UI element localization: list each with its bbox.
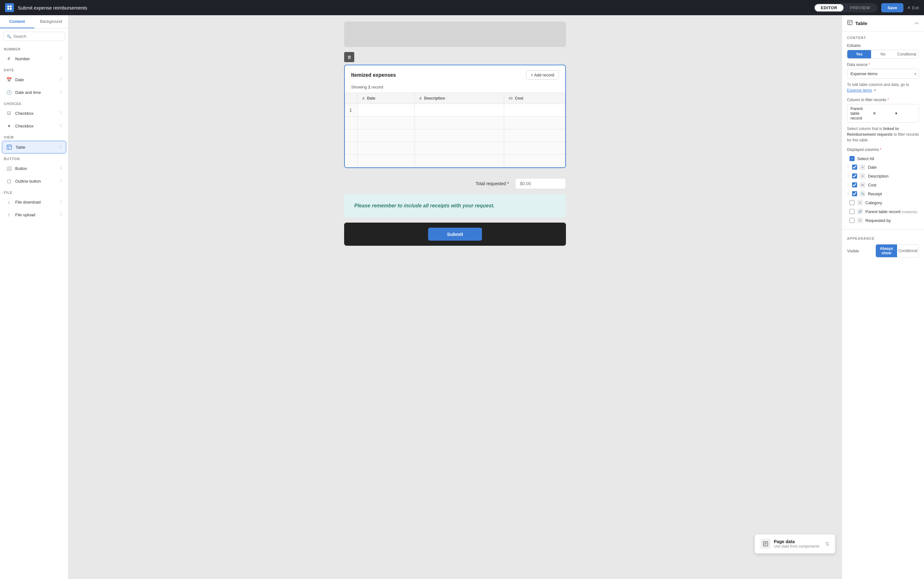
clear-filter-icon[interactable]: ✕: [873, 111, 893, 116]
page-data-icon: [761, 539, 771, 549]
columns-header: Displayed columns *: [847, 147, 919, 152]
info-text: Please remember to include all receipts …: [354, 203, 556, 209]
hash-icon: #: [6, 56, 12, 62]
col-date-checkbox[interactable]: [852, 165, 857, 170]
sidebar-item-dropdown[interactable]: ▾ Checkbox ⠿: [2, 120, 66, 132]
data-table: A Date A Description 00 Cost: [345, 93, 565, 167]
conditional-vis-button[interactable]: Conditional: [897, 244, 919, 257]
col-receipt-row: ⠿ 📎 Receipt: [847, 189, 919, 198]
col-description-name: Description: [868, 174, 919, 178]
search-input[interactable]: [13, 34, 62, 39]
data-source-select[interactable]: Expense items: [847, 69, 919, 79]
row-desc-cell[interactable]: [414, 104, 504, 117]
sidebar-item-table[interactable]: Table ⠿: [2, 141, 66, 154]
drag-handle-file-download[interactable]: ⠿: [60, 200, 62, 204]
drag-handle-table[interactable]: ⠿: [59, 145, 62, 149]
col-parent-checkbox[interactable]: [849, 209, 855, 214]
total-input[interactable]: [515, 178, 566, 189]
drag-handle-date[interactable]: ⠿: [60, 77, 62, 82]
expand-filter-icon[interactable]: ▾: [895, 111, 916, 116]
submit-button[interactable]: Submit: [428, 228, 482, 240]
filter-col-field[interactable]: Parent table record ✕ ▾: [847, 104, 919, 123]
col-description-checkbox[interactable]: [852, 173, 857, 178]
appearance-section-header: APPEARANCE: [842, 232, 924, 242]
sidebar-item-file-upload[interactable]: ↑ File upload ⠿: [2, 209, 66, 221]
drag-handle-file-upload[interactable]: ⠿: [60, 213, 62, 217]
table-block: Itemized expenses + Add record Showing 1…: [344, 65, 566, 168]
button-icon: ⬜: [6, 165, 12, 172]
exit-button[interactable]: ✕ Exit: [907, 5, 919, 10]
checkbox-icon: ☑: [6, 110, 12, 116]
total-row: Total requested *: [344, 173, 566, 194]
drag-handle-datetime[interactable]: ⠿: [60, 90, 62, 95]
col-cost-type-icon: 00: [860, 182, 865, 188]
tab-content[interactable]: Content: [0, 15, 34, 28]
drag-handle-checkbox[interactable]: ⠿: [60, 111, 62, 115]
dropdown-icon: ▾: [6, 123, 12, 129]
content-section-header: CONTENT: [842, 31, 924, 41]
sidebar-item-number[interactable]: # Number ⠿: [2, 52, 66, 65]
delete-block-button[interactable]: 🗑: [344, 52, 354, 62]
drag-handle-col-receipt[interactable]: ⠿: [847, 192, 849, 196]
preview-button[interactable]: PREVIEW: [844, 4, 876, 11]
visible-toggle[interactable]: Always show Conditional: [875, 244, 919, 257]
select-all-row[interactable]: − Select All: [847, 154, 919, 163]
sidebar-item-date[interactable]: 📅 Date ⠿: [2, 74, 66, 86]
svg-rect-0: [7, 5, 9, 7]
page-data-settings-icon[interactable]: ⇅: [825, 541, 829, 547]
row-number: 1: [345, 104, 358, 117]
select-all-minus-icon[interactable]: −: [849, 156, 855, 161]
drag-handle-col-date[interactable]: ⠿: [847, 165, 849, 169]
drag-handle-button[interactable]: ⠿: [60, 166, 62, 170]
drag-handle-dropdown[interactable]: ⠿: [60, 124, 62, 128]
external-link-icon: ↗: [873, 88, 876, 93]
topbar: Submit expense reimbursements EDITOR PRE…: [0, 0, 924, 15]
canvas-area: 🗑 Itemized expenses + Add record Showing…: [68, 15, 842, 579]
table-block-header: Itemized expenses + Add record: [345, 65, 565, 85]
col-category-checkbox[interactable]: [849, 200, 855, 205]
right-sidebar: Table ✏ CONTENT Editable Yes No Conditio…: [842, 15, 924, 579]
drag-handle-col-cost[interactable]: ⠿: [847, 183, 849, 187]
sidebar-item-datetime[interactable]: 🕐 Date and time ⠿: [2, 86, 66, 98]
edit-icon[interactable]: ✏: [915, 20, 919, 26]
col-requested-checkbox[interactable]: [849, 218, 855, 223]
col-cost-checkbox[interactable]: [852, 182, 857, 187]
text-type-icon-2: A: [419, 96, 422, 100]
data-source-info: To edit table columns and data, go to Ex…: [842, 80, 924, 96]
drag-handle-col-desc[interactable]: ⠿: [847, 174, 849, 178]
panel-title: Table: [855, 21, 912, 26]
table-col-num-header: [345, 93, 358, 104]
app-icon: [5, 3, 14, 12]
calendar-icon: 📅: [6, 77, 12, 83]
sidebar-item-file-download[interactable]: ↓ File download ⠿: [2, 196, 66, 208]
always-show-button[interactable]: Always show: [876, 244, 897, 257]
left-sidebar: Content Background 🔍 NUMBER # Number ⠿ D…: [0, 15, 68, 579]
col-date-name: Date: [868, 165, 919, 170]
editable-toggle[interactable]: Yes No Conditional: [847, 50, 919, 59]
svg-rect-4: [7, 145, 11, 149]
table-col-cost-header: 00 Cost: [504, 93, 565, 104]
editable-yes[interactable]: Yes: [847, 50, 871, 58]
main-layout: Content Background 🔍 NUMBER # Number ⠿ D…: [0, 15, 924, 579]
table-icon: [6, 144, 12, 150]
col-category-type-icon: A: [857, 200, 863, 206]
editor-preview-toggle[interactable]: EDITOR PREVIEW: [814, 3, 877, 12]
expense-items-link[interactable]: Expense items: [847, 88, 872, 93]
drag-handle[interactable]: ⠿: [60, 56, 62, 61]
col-receipt-checkbox[interactable]: [852, 191, 857, 196]
editor-button[interactable]: EDITOR: [815, 4, 844, 11]
sidebar-item-outline-button[interactable]: ▢ Outline button ⠿: [2, 175, 66, 187]
drag-handle-outline[interactable]: ⠿: [60, 179, 62, 183]
editable-no[interactable]: No: [871, 50, 895, 58]
row-date-cell[interactable]: [358, 104, 415, 117]
row-cost-cell[interactable]: [504, 104, 565, 117]
add-record-button[interactable]: + Add record: [526, 70, 559, 80]
section-file: FILE: [0, 187, 68, 196]
sidebar-item-checkbox[interactable]: ☑ Checkbox ⠿: [2, 107, 66, 119]
sidebar-item-button[interactable]: ⬜ Button ⠿: [2, 162, 66, 174]
divider: [842, 229, 924, 230]
editable-conditional[interactable]: Conditional: [895, 50, 919, 58]
section-date: DATE: [0, 65, 68, 73]
save-button[interactable]: Save: [881, 3, 903, 12]
tab-background[interactable]: Background: [34, 15, 68, 28]
